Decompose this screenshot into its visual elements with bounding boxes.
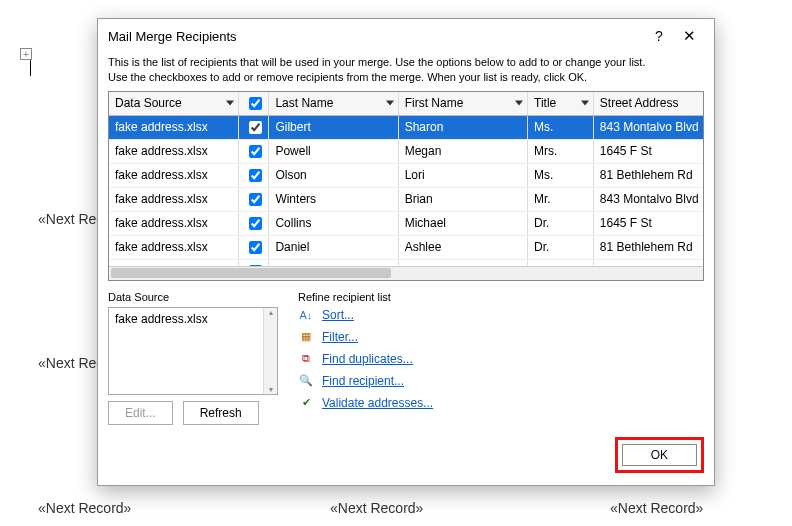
text-cursor	[30, 60, 31, 76]
duplicates-icon: ⧉	[298, 351, 314, 367]
col-header-checkbox[interactable]	[238, 92, 269, 116]
sort-link[interactable]: Sort...	[322, 308, 354, 322]
scrollbar-thumb[interactable]	[111, 268, 391, 278]
mail-merge-recipients-dialog: Mail Merge Recipients ? ✕ This is the li…	[97, 18, 715, 486]
recipient-checkbox[interactable]	[249, 121, 262, 134]
cell-first-name: Brian	[398, 187, 527, 211]
cell-title: Mrs.	[528, 139, 594, 163]
validate-icon: ✔	[298, 395, 314, 411]
close-button[interactable]: ✕	[674, 27, 704, 45]
cell-title: Dr.	[528, 211, 594, 235]
data-source-label: Data Source	[108, 291, 278, 303]
listbox-scrollbar[interactable]: ▴▾	[263, 308, 277, 394]
cell-title: Ms.	[528, 163, 594, 187]
refine-list-label: Refine recipient list	[298, 291, 433, 303]
cell-first-name: Ashlee	[398, 235, 527, 259]
cell-last-name: Daniel	[269, 235, 398, 259]
cell-last-name: Powell	[269, 139, 398, 163]
cell-data-source: fake address.xlsx	[109, 235, 238, 259]
table-row[interactable]: fake address.xlsxOlsonLoriMs.81 Bethlehe…	[109, 163, 704, 187]
cell-street-address: 1645 F St	[593, 211, 704, 235]
cell-street-address: 843 Montalvo Blvd	[593, 115, 704, 139]
cell-street-address: 81 Bethlehem Rd	[593, 163, 704, 187]
help-button[interactable]: ?	[644, 28, 674, 44]
merge-field: «Next Record»	[330, 500, 423, 516]
cell-checkbox[interactable]	[238, 187, 269, 211]
col-header-last-name[interactable]: Last Name	[269, 92, 398, 116]
dialog-title: Mail Merge Recipients	[108, 29, 644, 44]
table-row[interactable]: fake address.xlsxGilbertSharonMs.843 Mon…	[109, 115, 704, 139]
table-row[interactable]: fake address.xlsxPowellMeganMrs.1645 F S…	[109, 139, 704, 163]
recipient-checkbox[interactable]	[249, 169, 262, 182]
cell-checkbox[interactable]	[238, 211, 269, 235]
col-header-title[interactable]: Title	[528, 92, 594, 116]
cell-last-name: Collins	[269, 211, 398, 235]
cell-street-address: 1645 F St	[593, 139, 704, 163]
cell-data-source: fake address.xlsx	[109, 115, 238, 139]
cell-data-source: fake address.xlsx	[109, 139, 238, 163]
find-recipient-link[interactable]: Find recipient...	[322, 374, 404, 388]
cell-checkbox[interactable]	[238, 163, 269, 187]
col-header-data-source[interactable]: Data Source	[109, 92, 238, 116]
table-row[interactable]: fake address.xlsxCollinsMichaelDr.1645 F…	[109, 211, 704, 235]
cell-last-name: Winters	[269, 187, 398, 211]
cell-first-name: Sharon	[398, 115, 527, 139]
edit-button[interactable]: Edit...	[108, 401, 173, 425]
cell-data-source: fake address.xlsx	[109, 187, 238, 211]
dialog-instructions: This is the list of recipients that will…	[108, 55, 704, 85]
dropdown-arrow-icon	[515, 101, 523, 106]
recipient-checkbox[interactable]	[249, 145, 262, 158]
find-recipient-icon: 🔍	[298, 373, 314, 389]
cell-first-name: Michael	[398, 211, 527, 235]
ok-button-highlight: OK	[615, 437, 704, 473]
dropdown-arrow-icon	[386, 101, 394, 106]
filter-icon: ▦	[298, 329, 314, 345]
col-header-street-address[interactable]: Street Address	[593, 92, 704, 116]
recipients-grid[interactable]: Data Source Last Name First Name Title S…	[108, 91, 704, 281]
data-source-item[interactable]: fake address.xlsx	[115, 312, 271, 326]
dropdown-arrow-icon	[581, 101, 589, 106]
cell-first-name: Megan	[398, 139, 527, 163]
horizontal-scrollbar[interactable]	[109, 266, 703, 280]
cell-title: Ms.	[528, 115, 594, 139]
merge-field: «Next Record»	[38, 500, 131, 516]
cell-last-name: Olson	[269, 163, 398, 187]
dropdown-arrow-icon	[226, 101, 234, 106]
cell-data-source: fake address.xlsx	[109, 163, 238, 187]
cell-checkbox[interactable]	[238, 235, 269, 259]
grid-header-row: Data Source Last Name First Name Title S…	[109, 92, 704, 116]
table-row[interactable]: fake address.xlsxDanielAshleeDr.81 Bethl…	[109, 235, 704, 259]
recipient-checkbox[interactable]	[249, 241, 262, 254]
cell-checkbox[interactable]	[238, 115, 269, 139]
recipient-checkbox[interactable]	[249, 217, 262, 230]
cell-checkbox[interactable]	[238, 139, 269, 163]
cell-last-name: Gilbert	[269, 115, 398, 139]
cell-data-source: fake address.xlsx	[109, 211, 238, 235]
ok-button[interactable]: OK	[622, 444, 697, 466]
table-row[interactable]: fake address.xlsxWintersBrianMr.843 Mont…	[109, 187, 704, 211]
cell-title: Mr.	[528, 187, 594, 211]
filter-link[interactable]: Filter...	[322, 330, 358, 344]
cell-street-address: 843 Montalvo Blvd	[593, 187, 704, 211]
col-header-first-name[interactable]: First Name	[398, 92, 527, 116]
cell-first-name: Lori	[398, 163, 527, 187]
dialog-titlebar: Mail Merge Recipients ? ✕	[98, 19, 714, 53]
recipient-checkbox[interactable]	[249, 193, 262, 206]
refresh-button[interactable]: Refresh	[183, 401, 259, 425]
select-all-checkbox[interactable]	[249, 97, 262, 110]
sort-icon: A↓	[298, 307, 314, 323]
cell-street-address: 81 Bethlehem Rd	[593, 235, 704, 259]
data-source-listbox[interactable]: fake address.xlsx ▴▾	[108, 307, 278, 395]
anchor-icon: +	[20, 48, 32, 60]
validate-addresses-link[interactable]: Validate addresses...	[322, 396, 433, 410]
cell-title: Dr.	[528, 235, 594, 259]
merge-field: «Next Record»	[610, 500, 703, 516]
find-duplicates-link[interactable]: Find duplicates...	[322, 352, 413, 366]
